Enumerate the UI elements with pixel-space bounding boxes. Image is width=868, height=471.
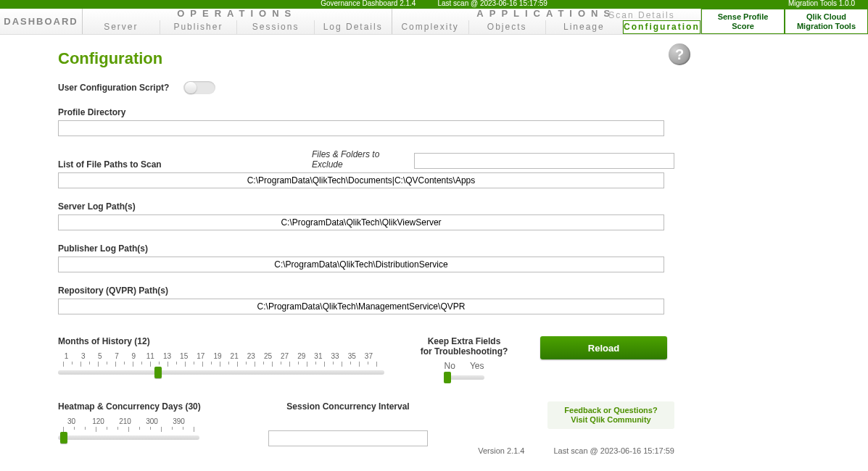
help-icon[interactable]: ?	[669, 43, 690, 65]
tab-server[interactable]: Server	[83, 20, 160, 34]
profile-directory-label: Profile Directory	[58, 107, 674, 117]
heatmap-tick-labels: 30120210300390	[58, 417, 192, 425]
repo-input[interactable]	[58, 299, 664, 314]
user-config-script-toggle[interactable]	[183, 81, 215, 94]
keep-extra-fields-thumb[interactable]	[444, 372, 451, 383]
sense-profile-score-button[interactable]: Sense Profile Score	[701, 9, 785, 34]
last-scan-footer: Last scan @ 2023-06-16 15:17:59	[553, 446, 674, 455]
months-history-label: Months of History (12)	[58, 336, 392, 346]
tab-objects[interactable]: Objects	[469, 20, 546, 34]
user-config-script-label: User Configuration Script?	[58, 83, 169, 93]
tab-complexity[interactable]: Complexity	[392, 20, 469, 34]
gov-dashboard-label: Governance Dashboard 2.1.4	[321, 0, 416, 7]
nav-bar: DASHBOARD OPERATIONS Server Publisher Se…	[0, 9, 868, 35]
page-title: Configuration	[58, 49, 674, 68]
keep-extra-fields-label-1: Keep Extra Fields	[406, 336, 522, 346]
exclude-label: Files & Folders to Exclude	[312, 149, 407, 170]
keep-extra-fields-slider[interactable]	[444, 375, 484, 380]
heatmap-days-slider[interactable]	[58, 435, 199, 440]
dashboard-tab[interactable]: DASHBOARD	[0, 9, 83, 34]
tab-publisher[interactable]: Publisher	[160, 20, 238, 34]
session-concurrency-label: Session Concurrency Interval	[261, 401, 435, 412]
months-history-thumb[interactable]	[154, 367, 162, 378]
server-log-label: Server Log Path(s)	[58, 201, 674, 212]
keep-no-label: No	[445, 361, 455, 371]
tab-lineage[interactable]: Lineage	[546, 20, 623, 34]
months-history-slider[interactable]	[58, 370, 384, 375]
tab-log-details[interactable]: Log Details	[315, 20, 392, 34]
months-tick-labels: 135791113151719212325272931333537	[58, 352, 377, 360]
operations-header: OPERATIONS	[83, 9, 392, 20]
session-concurrency-input[interactable]	[268, 430, 428, 446]
last-scan-label: Last scan @ 2023-06-16 15:17:59	[437, 0, 547, 7]
qlik-cloud-migration-button[interactable]: Qlik Cloud Migration Tools	[785, 9, 868, 34]
migration-tools-label: Migration Tools 1.0.0	[788, 0, 855, 7]
publisher-log-label: Publisher Log Path(s)	[58, 243, 674, 254]
feedback-button[interactable]: Feedback or Questions? Visit Qlik Commun…	[547, 401, 674, 429]
tab-sessions[interactable]: Sessions	[237, 20, 315, 34]
version-label: Version 2.1.4	[478, 446, 524, 455]
scan-details-tab[interactable]: Scan Details	[584, 10, 700, 22]
keep-yes-label: Yes	[470, 361, 484, 371]
reload-button[interactable]: Reload	[540, 336, 667, 359]
heatmap-days-thumb[interactable]	[60, 432, 67, 443]
top-bar: Governance Dashboard 2.1.4 Last scan @ 2…	[0, 0, 868, 9]
server-log-input[interactable]	[58, 214, 664, 230]
keep-extra-fields-label-2: for Troubleshooting?	[406, 346, 522, 357]
repo-label: Repository (QVPR) Path(s)	[58, 285, 674, 296]
filepaths-input[interactable]	[58, 172, 664, 188]
tab-configuration[interactable]: Configuration	[623, 20, 700, 34]
exclude-input[interactable]	[414, 153, 674, 169]
publisher-log-input[interactable]	[58, 257, 664, 272]
heatmap-days-label: Heatmap & Concurrency Days (30)	[58, 401, 247, 412]
filepaths-label: List of File Paths to Scan	[58, 159, 247, 170]
profile-directory-input[interactable]	[58, 120, 664, 136]
